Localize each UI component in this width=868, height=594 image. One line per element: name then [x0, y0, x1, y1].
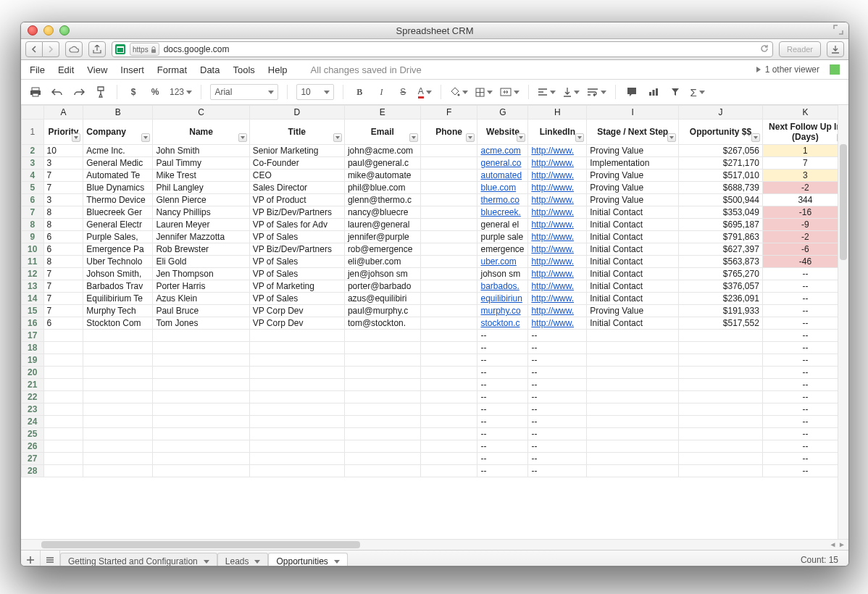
cell[interactable]: 6	[43, 317, 83, 330]
cell[interactable]: -2	[762, 231, 848, 243]
cell[interactable]: bluecreek.	[477, 206, 528, 219]
website-link[interactable]: murphy.co	[480, 306, 520, 316]
cell[interactable]	[43, 354, 83, 367]
cell[interactable]: 7	[43, 305, 83, 317]
share-button[interactable]	[88, 41, 106, 57]
hdr-stage[interactable]: Stage / Next Step	[587, 120, 679, 145]
cell[interactable]: Initial Contact	[587, 280, 679, 293]
cell[interactable]	[587, 465, 679, 477]
cell[interactable]: --	[477, 428, 528, 440]
cell[interactable]: --	[477, 391, 528, 403]
cell[interactable]: Co-Founder	[249, 157, 344, 170]
cell[interactable]: http://www.	[528, 206, 587, 219]
cell[interactable]: Uber Technolo	[83, 256, 153, 268]
font-select[interactable]: Arial	[210, 84, 278, 100]
linkedin-link[interactable]: http://www.	[531, 256, 574, 267]
cell[interactable]: --	[528, 403, 587, 416]
row-header[interactable]: 8	[22, 219, 44, 231]
cell[interactable]: jen@johson sm	[344, 268, 420, 280]
cell[interactable]: $765,270	[679, 268, 763, 280]
cell[interactable]: lauren@general	[344, 219, 420, 231]
cell[interactable]: 7	[762, 157, 848, 170]
cell[interactable]	[420, 440, 477, 453]
cell[interactable]	[83, 391, 153, 403]
cell[interactable]: --	[762, 465, 848, 477]
row-header[interactable]: 24	[22, 416, 44, 428]
website-link[interactable]: stockton.c	[480, 318, 519, 328]
viewer-avatar[interactable]	[830, 64, 840, 75]
cell[interactable]	[249, 403, 344, 416]
cell[interactable]: --	[477, 342, 528, 354]
cell[interactable]: CEO	[249, 170, 344, 182]
linkedin-link[interactable]: http://www.	[531, 146, 574, 156]
row-header[interactable]: 18	[22, 342, 44, 354]
cell[interactable]: Purple Sales,	[83, 231, 153, 243]
cell[interactable]	[679, 453, 763, 465]
row-header[interactable]: 14	[22, 293, 44, 305]
cell[interactable]: purple sale	[477, 231, 528, 243]
cell[interactable]: -46	[762, 256, 848, 268]
cell[interactable]	[344, 453, 420, 465]
row-header[interactable]: 20	[22, 367, 44, 379]
cell[interactable]: --	[477, 453, 528, 465]
cell[interactable]: --	[477, 465, 528, 477]
cell[interactable]	[420, 231, 477, 243]
row-header[interactable]: 17	[22, 330, 44, 342]
cell[interactable]: -6	[762, 243, 848, 256]
col-H[interactable]: H	[528, 106, 587, 120]
functions-button[interactable]: Σ	[690, 84, 705, 100]
tab-leads[interactable]: Leads	[217, 553, 269, 566]
cell[interactable]: Nancy Phillips	[153, 206, 249, 219]
cell[interactable]: --	[477, 354, 528, 367]
cell[interactable]	[587, 440, 679, 453]
cell[interactable]	[679, 379, 763, 391]
cell[interactable]	[153, 391, 249, 403]
cell[interactable]	[43, 416, 83, 428]
cell[interactable]: http://www.	[528, 182, 587, 194]
cell[interactable]: $271,170	[679, 157, 763, 170]
cell[interactable]: VP Biz/Dev/Partners	[249, 206, 344, 219]
cell[interactable]: --	[528, 465, 587, 477]
website-link[interactable]: bluecreek.	[480, 207, 520, 217]
cell[interactable]: VP of Sales	[249, 268, 344, 280]
website-link[interactable]: thermo.co	[480, 195, 519, 205]
menu-view[interactable]: View	[87, 64, 107, 75]
website-link[interactable]: barbados.	[480, 281, 519, 291]
cell[interactable]: --	[762, 391, 848, 403]
cell[interactable]	[420, 342, 477, 354]
cell[interactable]: 7	[43, 293, 83, 305]
linkedin-link[interactable]: http://www.	[531, 306, 574, 316]
cell[interactable]: Equilibirium Te	[83, 293, 153, 305]
row-header[interactable]: 28	[22, 465, 44, 477]
cell[interactable]	[43, 465, 83, 477]
forward-button[interactable]	[43, 41, 59, 57]
cell[interactable]: 3	[43, 194, 83, 206]
cell[interactable]: General Electr	[83, 219, 153, 231]
cell[interactable]: VP of Product	[249, 194, 344, 206]
cell[interactable]: --	[477, 330, 528, 342]
cell[interactable]	[83, 367, 153, 379]
filter-icon[interactable]	[72, 133, 80, 142]
cell[interactable]: http://www.	[528, 305, 587, 317]
cell[interactable]: -2	[762, 182, 848, 194]
col-J[interactable]: J	[679, 106, 763, 120]
cell[interactable]: http://www.	[528, 243, 587, 256]
cell[interactable]	[420, 219, 477, 231]
cell[interactable]: General Medic	[83, 157, 153, 170]
cell[interactable]	[249, 465, 344, 477]
cell[interactable]: Proving Value	[587, 305, 679, 317]
downloads-button[interactable]	[827, 41, 844, 57]
cell[interactable]: Rob Brewster	[153, 243, 249, 256]
cell[interactable]: -16	[762, 206, 848, 219]
cell[interactable]: automated	[477, 170, 528, 182]
cell[interactable]	[679, 391, 763, 403]
cell[interactable]: 6	[43, 231, 83, 243]
cell[interactable]: --	[762, 367, 848, 379]
row-header[interactable]: 2	[22, 145, 44, 157]
cell[interactable]	[679, 403, 763, 416]
hdr-title[interactable]: Title	[249, 120, 344, 145]
cell[interactable]: rob@emergence	[344, 243, 420, 256]
cell[interactable]: $353,049	[679, 206, 763, 219]
cell[interactable]	[420, 367, 477, 379]
cell[interactable]: Initial Contact	[587, 256, 679, 268]
